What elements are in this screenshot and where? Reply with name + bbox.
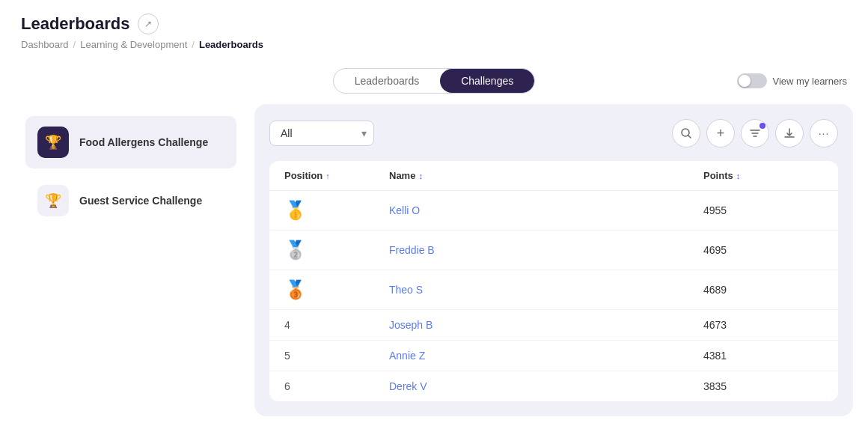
- position-num-5: 5: [284, 350, 290, 362]
- download-button[interactable]: [775, 119, 804, 147]
- medal-3-icon: 🥉: [284, 279, 307, 300]
- position-cell-5: 5: [284, 350, 389, 362]
- points-sort-icon: ↕: [736, 171, 741, 180]
- trophy-icon-light: 🏆: [37, 185, 69, 216]
- position-cell-1: 🥇: [284, 200, 389, 221]
- filter-select-wrapper: All Week Month: [269, 121, 374, 146]
- name-cell-2[interactable]: Freddie B: [389, 244, 703, 256]
- name-cell-1[interactable]: Kelli O: [389, 204, 703, 216]
- filter-button[interactable]: [741, 119, 769, 147]
- download-icon: [783, 127, 795, 139]
- position-num-4: 4: [284, 319, 290, 331]
- table-row: 4 Joseph B 4673: [269, 310, 838, 341]
- breadcrumb-current: Leaderboards: [199, 39, 263, 50]
- panel-toolbar: All Week Month +: [269, 119, 838, 147]
- sidebar-item-guest-service[interactable]: 🏆 Guest Service Challenge: [25, 174, 236, 227]
- table-row: 6 Derek V 3835: [269, 371, 838, 401]
- medal-2-icon: 🥈: [284, 240, 307, 261]
- name-cell-3[interactable]: Theo S: [389, 284, 703, 296]
- search-button[interactable]: [672, 119, 700, 147]
- filter-icon: [749, 127, 761, 139]
- column-name: Name ↕: [389, 170, 703, 181]
- leaderboard-table: Position ↑ Name ↕ Points ↕ 🥇: [269, 161, 838, 401]
- toolbar-icons: + ···: [672, 119, 838, 147]
- page-title: Leaderboards: [21, 14, 130, 34]
- add-icon: +: [717, 126, 725, 142]
- points-cell-6: 3835: [703, 380, 823, 392]
- search-icon: [680, 127, 692, 139]
- stats-icon[interactable]: ↗: [138, 13, 159, 34]
- position-cell-2: 🥈: [284, 240, 389, 261]
- view-learners-toggle-group: View my learners: [737, 73, 847, 88]
- toggle-circle: [739, 75, 751, 87]
- tab-group: Leaderboards Challenges: [333, 68, 535, 94]
- tab-leaderboards[interactable]: Leaderboards: [334, 69, 440, 93]
- table-header: Position ↑ Name ↕ Points ↕: [269, 161, 838, 191]
- tab-challenges[interactable]: Challenges: [440, 69, 534, 93]
- breadcrumb: Dashboard / Learning & Development / Lea…: [21, 39, 847, 50]
- trophy-icon-dark: 🏆: [37, 127, 69, 158]
- svg-line-1: [688, 136, 691, 138]
- sidebar: 🏆 Food Allergens Challenge 🏆 Guest Servi…: [15, 104, 247, 416]
- position-num-6: 6: [284, 380, 290, 392]
- name-cell-4[interactable]: Joseph B: [389, 319, 703, 331]
- points-cell-3: 4689: [703, 284, 823, 296]
- position-cell-6: 6: [284, 380, 389, 392]
- table-row: 🥈 Freddie B 4695: [269, 231, 838, 270]
- position-sort-icon: ↑: [326, 171, 330, 180]
- points-cell-2: 4695: [703, 244, 823, 256]
- more-button[interactable]: ···: [810, 119, 838, 147]
- add-button[interactable]: +: [706, 119, 735, 147]
- position-cell-3: 🥉: [284, 279, 389, 300]
- name-sort-icon: ↕: [418, 171, 423, 180]
- column-position: Position ↑: [284, 170, 389, 181]
- name-cell-6[interactable]: Derek V: [389, 380, 703, 392]
- points-cell-1: 4955: [703, 204, 823, 216]
- view-learners-toggle[interactable]: [737, 73, 767, 88]
- filter-dot: [760, 123, 765, 129]
- breadcrumb-dashboard[interactable]: Dashboard: [21, 39, 69, 50]
- points-cell-5: 4381: [703, 350, 823, 362]
- table-row: 5 Annie Z 4381: [269, 341, 838, 371]
- sidebar-item-food-allergens[interactable]: 🏆 Food Allergens Challenge: [25, 116, 236, 168]
- table-row: 🥇 Kelli O 4955: [269, 191, 838, 231]
- filter-select[interactable]: All Week Month: [269, 121, 374, 146]
- sidebar-label-food-allergens: Food Allergens Challenge: [79, 136, 208, 149]
- name-cell-5[interactable]: Annie Z: [389, 350, 703, 362]
- view-learners-label: View my learners: [773, 76, 847, 87]
- position-cell-4: 4: [284, 319, 389, 331]
- points-cell-4: 4673: [703, 319, 823, 331]
- breadcrumb-ld[interactable]: Learning & Development: [80, 39, 187, 50]
- medal-1-icon: 🥇: [284, 200, 307, 221]
- table-row: 🥉 Theo S 4689: [269, 270, 838, 310]
- sidebar-label-guest-service: Guest Service Challenge: [79, 194, 202, 207]
- more-icon: ···: [819, 127, 830, 139]
- column-points: Points ↕: [703, 170, 823, 181]
- right-panel: All Week Month +: [254, 104, 853, 416]
